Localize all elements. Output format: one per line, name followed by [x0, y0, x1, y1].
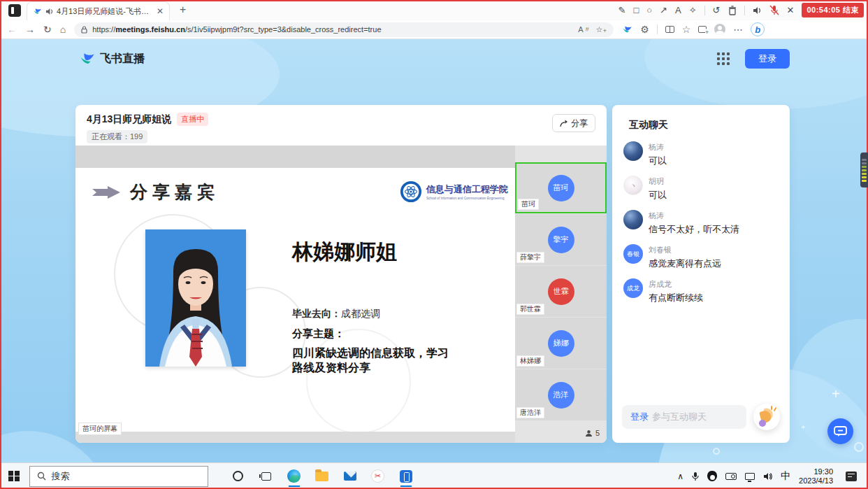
add-favorite-icon[interactable]: ☆₊	[596, 26, 607, 34]
ime-indicator[interactable]: 中	[781, 470, 790, 483]
clap-reaction-button[interactable]	[753, 404, 780, 430]
clock-time: 19:30	[799, 467, 833, 476]
taskbar-search[interactable]: 搜索	[29, 466, 208, 487]
participant-tile[interactable]: 擎宇 薛擎宇	[515, 214, 607, 265]
share-top-bar	[75, 146, 515, 168]
divider	[744, 6, 745, 15]
share-icon	[560, 120, 568, 127]
portrait-illustration	[145, 229, 246, 367]
participant-tile[interactable]: 世霖 郭世霖	[515, 266, 607, 317]
read-aloud-icon[interactable]: A〃	[578, 26, 591, 34]
collections-icon[interactable]	[698, 26, 707, 33]
video-zone: 分享嘉宾 信息与通信	[75, 146, 607, 443]
recorder-handle[interactable]	[860, 153, 868, 187]
people-icon	[585, 430, 593, 437]
recording-timer[interactable]: 00:54:05 结束	[802, 3, 864, 17]
lock-icon[interactable]	[81, 26, 87, 34]
home-icon[interactable]: ⌂	[60, 24, 66, 34]
stream-title: 4月13日师兄师姐说	[87, 113, 171, 126]
message-sender: 胡玥	[649, 176, 667, 187]
undo-icon[interactable]: ↺	[713, 6, 721, 15]
chat-message-list[interactable]: 杨涛 可以 ヽ 胡玥 可以 杨涛 信号不太好，听不太清 春银 刘春银 感觉麦离得…	[612, 141, 790, 404]
ring-decoration	[713, 448, 720, 455]
back-icon[interactable]: ←	[7, 24, 17, 34]
trash-icon[interactable]	[728, 6, 737, 15]
refresh-icon[interactable]: ↻	[43, 24, 52, 34]
chat-message: ヽ 胡玥 可以	[623, 176, 779, 201]
wand-icon[interactable]: ✧	[689, 6, 697, 15]
tab-audio-icon[interactable]	[45, 8, 53, 15]
forward-icon[interactable]: →	[25, 24, 35, 34]
recorder-tray-icon[interactable]	[725, 473, 737, 480]
share-button[interactable]: 分享	[552, 114, 595, 132]
screen: 4月13日师兄师姐说-飞书直播 ✕ + ✎ □ ○ ↗ A ✧ ↺ ✕ 00:5…	[0, 0, 868, 489]
screen-share-area[interactable]: 分享嘉宾 信息与通信	[75, 146, 515, 443]
college-emblem-icon	[400, 180, 422, 203]
feedback-chat-button[interactable]	[827, 418, 853, 444]
participant-name: 郭世霖	[516, 304, 544, 315]
stop-capture-icon[interactable]: ✕	[787, 6, 795, 15]
slide: 分享嘉宾 信息与通信	[75, 168, 515, 432]
message-text: 可以	[649, 155, 667, 166]
chat-input-placeholder: 参与互动聊天	[652, 411, 707, 423]
favorites-icon[interactable]: ☆	[682, 24, 691, 34]
tab-actions-menu-icon[interactable]	[8, 4, 21, 17]
cortana-button[interactable]	[231, 467, 246, 486]
capture-app-icon[interactable]: ✂	[370, 467, 386, 486]
split-screen-icon[interactable]	[665, 26, 674, 33]
network-tray-icon[interactable]	[745, 473, 755, 480]
bing-chat-icon[interactable]: b	[751, 22, 765, 36]
chat-input[interactable]: 登录 参与互动聊天	[622, 405, 746, 429]
edge-app-icon[interactable]	[287, 467, 302, 486]
url-text: https://meetings.feishu.cn/s/1iv5iipwjpm…	[92, 25, 381, 34]
college-name-cn: 信息与通信工程学院	[426, 183, 511, 196]
tray-expand-icon[interactable]: ∧	[677, 472, 683, 481]
audio-level-bar	[862, 173, 867, 175]
chat-panel: 互动聊天 杨涛 可以 ヽ 胡玥 可以 杨涛 信号不太好，听不太清	[612, 105, 790, 443]
profile-avatar[interactable]	[714, 24, 725, 35]
extension-gear-icon[interactable]: ⚙	[640, 24, 649, 34]
message-sender: 房成龙	[649, 279, 703, 290]
rectangle-icon[interactable]: □	[633, 6, 639, 15]
participant-tile[interactable]: 娣娜 林娣娜	[515, 318, 607, 369]
phone-app-icon[interactable]	[398, 467, 414, 486]
chat-input-row: 登录 参与互动聊天	[612, 404, 790, 443]
task-view-button[interactable]	[259, 467, 274, 486]
share-bottom-bar	[75, 432, 515, 443]
mic-tray-icon[interactable]	[692, 472, 699, 481]
file-explorer-icon[interactable]	[314, 467, 330, 486]
address-bar[interactable]: https://meetings.feishu.cn/s/1iv5iipwjpm…	[74, 22, 614, 37]
brand: 飞书直播	[80, 51, 145, 66]
message-sender: 杨涛	[649, 211, 739, 221]
chat-login-link[interactable]: 登录	[630, 411, 649, 423]
text-tool-icon[interactable]: A	[675, 6, 681, 15]
login-button[interactable]: 登录	[745, 49, 790, 69]
audio-level-bar	[862, 166, 867, 168]
volume-tray-icon[interactable]	[763, 472, 772, 481]
participant-count[interactable]: 5	[515, 429, 607, 443]
new-tab-button[interactable]: +	[180, 3, 186, 16]
chat-message: 春银 刘春银 感觉麦离得有点远	[623, 244, 779, 269]
search-icon	[37, 472, 46, 481]
apps-grid-icon[interactable]	[717, 52, 730, 65]
tab-close-icon[interactable]: ✕	[157, 7, 164, 15]
mic-muted-icon[interactable]	[769, 5, 779, 15]
notification-center-icon[interactable]	[846, 472, 857, 481]
qq-tray-icon[interactable]	[707, 471, 717, 481]
speaker-icon[interactable]	[753, 6, 762, 15]
participant-tile[interactable]: 浩洋 唐浩洋	[515, 369, 607, 420]
mail-app-icon[interactable]	[342, 467, 358, 486]
slide-decoration	[306, 329, 411, 432]
pen-icon[interactable]: ✎	[618, 6, 625, 15]
participant-tile[interactable]: 苗珂 苗珂	[515, 162, 607, 213]
start-button[interactable]	[8, 471, 20, 482]
browser-tab[interactable]: 4月13日师兄师姐说-飞书直播 ✕	[27, 1, 170, 20]
taskbar-clock[interactable]: 19:30 2023/4/13	[799, 467, 833, 486]
settings-more-icon[interactable]: ⋯	[733, 24, 743, 34]
feishu-extension-icon[interactable]	[622, 24, 632, 35]
arrow-icon[interactable]: ↗	[660, 6, 667, 15]
sparkle-decoration: +	[801, 423, 805, 431]
ellipse-icon[interactable]: ○	[646, 6, 652, 15]
browser-toolbar: ← → ↻ ⌂ https://meetings.feishu.cn/s/1iv…	[0, 20, 868, 39]
user-avatar: 春银	[623, 244, 643, 264]
